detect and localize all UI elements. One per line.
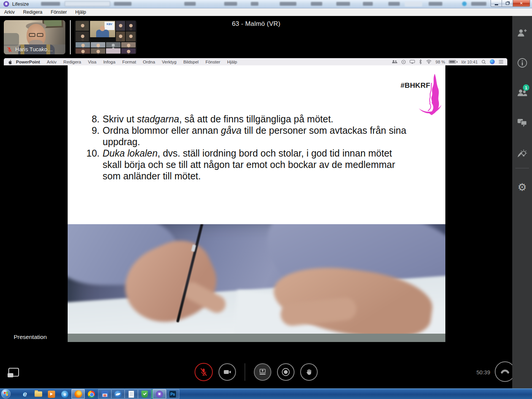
slide-photo-hands-writing [68, 224, 445, 342]
camera-button[interactable] [218, 363, 236, 381]
call-controls [0, 361, 512, 383]
menu-item-fönster[interactable]: Fönster [47, 10, 71, 15]
raise-hand-button[interactable] [300, 363, 318, 381]
share-screen-button[interactable] [254, 363, 271, 381]
mac-spotlight-icon [481, 60, 486, 64]
slide-list-item: 8.Skriv ut stadgarna, så att de finns ti… [78, 113, 414, 125]
background-window-fragment [251, 2, 258, 6]
add-participant-button[interactable] [512, 28, 532, 38]
record-icon [281, 367, 291, 377]
taskbar-chrome[interactable] [85, 389, 98, 399]
participant-tile [76, 48, 90, 54]
mac-menu-item-infoga: Infoga [100, 60, 119, 64]
edge-icon: e [61, 391, 68, 398]
mute-microphone-button[interactable] [195, 363, 213, 381]
windows-taskbar: e e Ps SV 10:41 [0, 388, 532, 399]
photoshop-icon: Ps [169, 391, 176, 398]
taskbar-thunderbird[interactable] [111, 389, 125, 399]
bhkrf-logo: #BHKRF [401, 73, 442, 118]
background-window-fragment [65, 1, 110, 6]
background-window-fragment [462, 2, 467, 6]
slide-list-item: 9.Ordna blommor eller annan gåva till de… [78, 125, 414, 147]
menu-item-redigera[interactable]: Redigera [19, 10, 47, 15]
mac-menu-item-visa: Visa [85, 60, 100, 64]
maximize-button[interactable] [502, 0, 513, 7]
slide-list-item: 10.Duka lokalen, dvs. ställ iordning bor… [78, 147, 414, 182]
menu-item-arkiv[interactable]: Arkiv [0, 10, 19, 15]
start-button[interactable] [1, 389, 11, 399]
slide: 8.Skriv ut stadgarna, så att de finns ti… [68, 65, 445, 342]
mac-menu-item-hjälp: Hjälp [224, 60, 241, 64]
record-button[interactable] [277, 363, 294, 381]
floppy-icon [101, 391, 108, 397]
pencil-lightbulb-icon [516, 148, 528, 159]
background-window-fragment [224, 2, 237, 6]
mac-airplay-icon [410, 60, 415, 64]
sofa [4, 33, 19, 46]
background-window-fragment [429, 2, 442, 6]
taskbar-edge[interactable]: e [58, 389, 71, 399]
taskbar-internet-explorer[interactable]: e [18, 389, 32, 399]
taskbar-firefox[interactable] [71, 389, 85, 399]
slide-item-text: Ordna blommor eller annan gåva till de p… [103, 125, 414, 147]
mac-sync-icon [401, 60, 406, 64]
taskbar-photoshop[interactable]: Ps [166, 389, 179, 399]
info-icon [517, 58, 527, 68]
minimize-button[interactable] [491, 0, 502, 7]
apple-logo-icon [8, 59, 13, 65]
mac-menu-item-redigera: Redigera [60, 60, 85, 64]
photo-bottom-bar [68, 334, 445, 342]
taskbar-file-explorer[interactable] [32, 389, 45, 399]
sidebar-divider [515, 168, 529, 168]
shield-icon [141, 391, 148, 398]
mic-muted-icon [199, 367, 208, 377]
participants-count-badge: 1 [523, 84, 529, 91]
taskbar-antivirus[interactable] [138, 389, 151, 399]
add-person-icon [517, 28, 527, 38]
mac-status-area: 98 % lör 10:41 [392, 59, 504, 64]
board-sign: KBV [104, 23, 114, 25]
mac-notification-center-icon [499, 60, 504, 64]
gear-icon: ⚙ [518, 182, 527, 192]
whiteboard-ideas-button[interactable] [512, 148, 532, 159]
slide-item-number: 8. [78, 113, 103, 125]
participant-tile [76, 21, 89, 31]
call-info-button[interactable] [512, 58, 532, 68]
lifesize-icon [156, 391, 163, 398]
notepad-icon [128, 391, 134, 398]
controls-divider [245, 363, 245, 381]
window-title: Lifesize [12, 1, 29, 7]
chat-button[interactable] [512, 118, 532, 128]
mac-siri-icon [490, 59, 495, 64]
windows-logo-icon [4, 391, 8, 396]
close-button[interactable]: ✕ [513, 0, 530, 7]
taskbar-notepad[interactable] [125, 389, 138, 399]
participants-list-button[interactable] [512, 88, 532, 97]
slide-item-number: 10. [78, 147, 103, 182]
taskbar-lifesize[interactable] [153, 389, 166, 399]
mac-battery-icon [449, 60, 458, 63]
background-window-fragment [363, 2, 373, 6]
participants-gallery-thumbnail[interactable]: KBV [74, 20, 137, 54]
mac-wifi-icon [426, 60, 432, 64]
participant-tile-empty [106, 42, 120, 48]
menu-item-hjälp[interactable]: Hjälp [71, 10, 90, 15]
thunderbird-icon [114, 391, 122, 398]
mac-menu-item-verktyg: Verktyg [158, 60, 180, 64]
slide-item-number: 9. [78, 125, 103, 147]
mac-menubar: PowerPointArkivRedigeraVisaInfogaFormatO… [4, 58, 507, 65]
taskbar-save-app[interactable] [98, 389, 111, 399]
slide-item-text: Skriv ut stadgarna, så att de finns till… [103, 113, 414, 125]
share-screen-icon [258, 367, 267, 377]
taskbar-media-player[interactable] [45, 389, 58, 399]
background-window-fragment [184, 2, 196, 6]
mic-muted-icon [6, 46, 13, 52]
background-window-fragment [280, 2, 296, 6]
chrome-icon [88, 391, 95, 398]
settings-button[interactable]: ⚙ [512, 182, 532, 192]
firefox-icon [74, 390, 82, 398]
self-video-thumbnail[interactable]: Haris Tucako… [4, 20, 65, 54]
mac-clock: lör 10:41 [461, 60, 478, 64]
mac-menu-item-ordna: Ordna [139, 60, 158, 64]
participant-tile [76, 32, 89, 41]
